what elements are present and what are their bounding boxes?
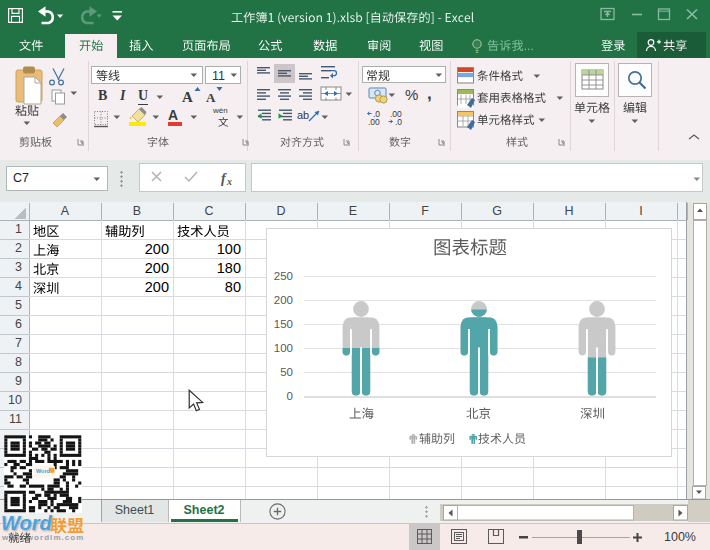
svg-text:A: A [206,90,216,105]
svg-text:Word: Word [36,468,50,474]
svg-text:ab: ab [297,109,309,121]
svg-text:%: % [405,86,418,103]
svg-text:A: A [168,107,178,123]
svg-text:.00: .00 [368,117,380,127]
svg-text:x: x [226,176,232,187]
svg-text:.0: .0 [395,117,402,127]
svg-text:,: , [427,86,432,103]
svg-text:A: A [182,89,193,105]
